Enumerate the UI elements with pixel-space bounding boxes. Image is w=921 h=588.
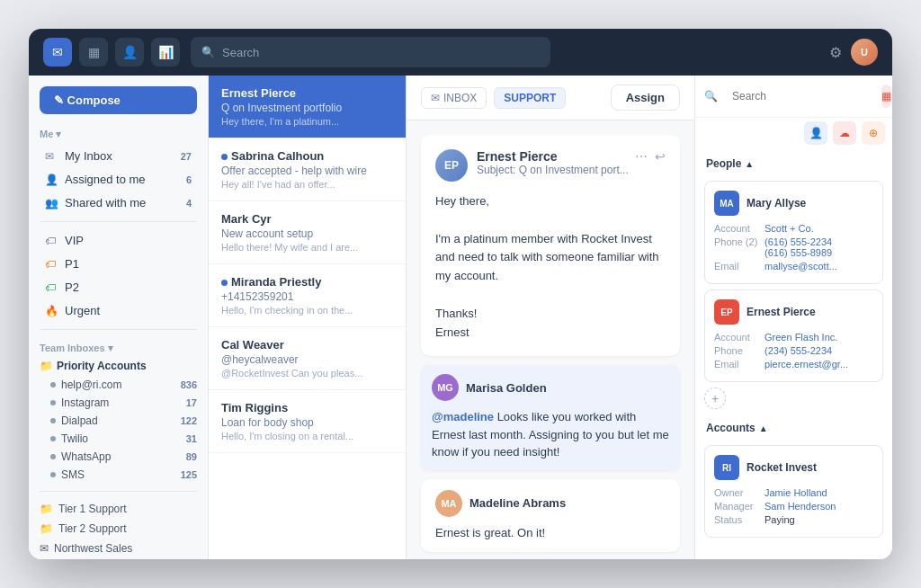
add-person-button[interactable]: +: [704, 388, 726, 409]
person-email-mary: mallyse@scott...: [765, 261, 837, 272]
my-inbox-label: My Inbox: [65, 149, 181, 163]
sidebar-item-p2[interactable]: 🏷 P2: [34, 276, 202, 298]
conv-name-3: Miranda Priestly: [221, 275, 393, 289]
inbox-dot: [50, 454, 56, 459]
inbox-item-whatsapp[interactable]: WhatsApp 89: [29, 448, 208, 466]
conv-dot-3: [221, 280, 228, 286]
app-window: ✉ ▦ 👤 📊 🔍 Search ⚙ U ✎ Compose Me ▾ ✉ My…: [29, 29, 892, 559]
p2-label: P2: [65, 281, 192, 294]
conv-item-2[interactable]: Mark Cyr New account setup Hello there! …: [209, 201, 406, 264]
assigned-count: 6: [186, 174, 192, 185]
sidebar-item-urgent[interactable]: 🔥 Urgent: [34, 299, 202, 322]
conv-name-2: Mark Cyr: [221, 212, 393, 226]
crm-icon-btn[interactable]: ▦: [881, 85, 891, 108]
right-search-input[interactable]: [725, 86, 874, 106]
shared-label: Shared with me: [65, 196, 186, 209]
inbox-item-help[interactable]: help@ri.com 836: [29, 376, 208, 394]
inbox-dot: [50, 418, 56, 423]
top-search-bar[interactable]: 🔍 Search: [191, 37, 550, 67]
comment-author-0: Marisa Golden: [466, 381, 547, 395]
inbox-dot: [50, 382, 56, 388]
person-phone-mary: (616) 555-2234: [765, 236, 832, 247]
assign-button[interactable]: Assign: [611, 85, 680, 111]
person-card-ernest: EP Ernest Pierce Account Green Flash Inc…: [704, 290, 883, 382]
conv-item-5[interactable]: Tim Riggins Loan for body shop Hello, I'…: [209, 390, 406, 453]
email-view: EP Ernest Pierce Subject: Q on Investmen…: [407, 120, 694, 559]
conv-name-0: Ernest Pierce: [221, 86, 393, 100]
account-detail-status: Status Paying: [714, 514, 873, 525]
conv-item-3[interactable]: Miranda Priestly +14152359201 Hello, I'm…: [209, 264, 406, 327]
sidebar-item-vip[interactable]: 🏷 VIP: [34, 229, 202, 252]
conv-preview-3: Hello, I'm checking in on the...: [221, 305, 393, 316]
right-search: 🔍 ▦: [695, 76, 892, 118]
content-header: ✉ INBOX SUPPORT Assign: [407, 76, 694, 120]
conv-item-1[interactable]: Sabrina Calhoun Offer accepted - help wi…: [209, 138, 406, 201]
person-detail-email-ernest: Email pierce.ernest@gr...: [714, 359, 873, 370]
chart-icon[interactable]: 📊: [151, 38, 180, 67]
hubspot-icon[interactable]: ⊕: [862, 121, 885, 145]
account-header-rocket: RI Rocket Invest: [714, 455, 873, 480]
email-sender-avatar: EP: [435, 149, 468, 182]
tab-inbox[interactable]: ✉ INBOX: [421, 87, 487, 109]
mail-icon[interactable]: ✉: [43, 38, 72, 67]
compose-button[interactable]: ✎ Compose: [40, 86, 197, 114]
right-panel: 🔍 ▦ 👤 ☁ ⊕ People ▲ MA Mary Allyse: [694, 76, 892, 559]
tab-support[interactable]: SUPPORT: [494, 87, 566, 109]
priority-accounts-header: 📁 Priority Accounts: [29, 356, 208, 376]
p2-icon: 🏷: [45, 281, 59, 294]
add-person-icon[interactable]: 👤: [804, 121, 827, 145]
account-avatar-rocket: RI: [714, 455, 739, 480]
person-icon[interactable]: 👤: [115, 38, 144, 67]
reply-icon[interactable]: ↩: [655, 149, 666, 164]
conv-preview-4: @RocketInvest Can you pleas...: [221, 368, 393, 379]
email-actions: ⋯ ↩: [635, 149, 666, 164]
conv-item-0[interactable]: Ernest Pierce Q on Investment portfolio …: [209, 76, 406, 138]
shared-icon: 👥: [45, 197, 59, 209]
inbox-item-instagram[interactable]: Instagram 17: [29, 394, 208, 412]
main-layout: ✎ Compose Me ▾ ✉ My Inbox 27 👤 Assigned …: [29, 76, 892, 559]
tier2-icon: 📁: [40, 522, 53, 535]
inbox-item-twilio[interactable]: Twilio 31: [29, 430, 208, 448]
person-account-value-mary: Scott + Co.: [765, 223, 814, 234]
person-email-ernest: pierce.ernest@gr...: [765, 359, 848, 370]
user-avatar[interactable]: U: [851, 39, 878, 66]
sidebar-item-northwest[interactable]: ✉ Northwest Sales: [29, 539, 208, 558]
accounts-label: Accounts: [706, 422, 756, 434]
conv-subject-2: New account setup: [221, 227, 393, 240]
account-card-rocket: RI Rocket Invest Owner Jamie Holland Man…: [704, 445, 883, 538]
conv-name-5: Tim Riggins: [221, 401, 393, 414]
inbox-dot: [50, 400, 56, 405]
sidebar: ✎ Compose Me ▾ ✉ My Inbox 27 👤 Assigned …: [29, 76, 209, 559]
person-name-ernest: Ernest Pierce: [747, 306, 816, 318]
comment-card-0: MG Marisa Golden @madeline Looks like yo…: [421, 365, 680, 470]
urgent-label: Urgent: [65, 304, 192, 317]
vip-label: VIP: [65, 234, 192, 247]
chevron-up-icon: ▲: [745, 159, 754, 169]
support-tab-label: SUPPORT: [504, 92, 556, 104]
settings-icon[interactable]: ⚙: [829, 44, 842, 61]
sidebar-item-my-inbox[interactable]: ✉ My Inbox 27: [34, 145, 202, 167]
conv-preview-2: Hello there! My wife and I are...: [221, 242, 393, 253]
sidebar-item-tier2[interactable]: 📁 Tier 2 Support: [29, 519, 208, 539]
inbox-item-dialpad[interactable]: Dialpad 122: [29, 412, 208, 430]
sidebar-item-shared[interactable]: 👥 Shared with me 4: [34, 192, 202, 214]
northwest-icon: ✉: [40, 542, 49, 555]
email-body: Hey there, I'm a platinum member with Ro…: [435, 192, 666, 342]
inbox-item-sms[interactable]: SMS 125: [29, 466, 208, 484]
sidebar-item-p1[interactable]: 🏷 P1: [34, 253, 202, 275]
search-icon: 🔍: [201, 46, 215, 58]
more-icon[interactable]: ⋯: [635, 149, 648, 164]
account-manager: Sam Henderson: [765, 501, 836, 512]
me-section-label: Me ▾: [29, 125, 208, 144]
conv-subject-5: Loan for body shop: [221, 416, 393, 429]
sidebar-item-assigned[interactable]: 👤 Assigned to me 6: [34, 168, 202, 191]
conv-item-4[interactable]: Cal Weaver @heycalweaver @RocketInvest C…: [209, 327, 406, 390]
urgent-icon: 🔥: [45, 305, 59, 317]
person-avatar-ernest: EP: [714, 299, 739, 325]
person-card-mary: MA Mary Allyse Account Scott + Co. Phone…: [704, 181, 883, 284]
calendar-icon[interactable]: ▦: [79, 38, 108, 67]
search-placeholder: Search: [222, 46, 259, 59]
top-bar: ✉ ▦ 👤 📊 🔍 Search ⚙ U: [29, 29, 892, 76]
sidebar-item-tier1[interactable]: 📁 Tier 1 Support: [29, 499, 208, 519]
salesforce-icon[interactable]: ☁: [833, 121, 856, 145]
